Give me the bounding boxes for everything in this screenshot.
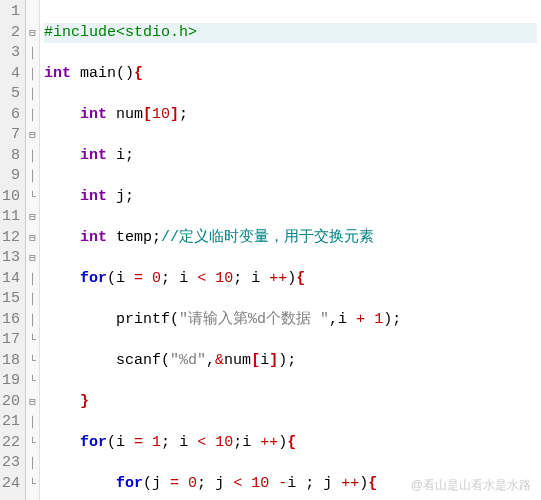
- keyword: int: [80, 188, 107, 205]
- fold-guide: │: [26, 166, 39, 187]
- keyword: int: [80, 229, 107, 246]
- number: 10: [152, 106, 170, 123]
- string: "%d": [170, 352, 206, 369]
- code-line[interactable]: for(i = 1; i < 10;i ++){: [44, 433, 537, 454]
- fold-guide: │: [26, 43, 39, 64]
- fold-guide: │: [26, 310, 39, 331]
- keyword: int: [80, 106, 107, 123]
- code-line[interactable]: int i;: [44, 146, 537, 167]
- fold-guide: └: [26, 351, 39, 372]
- fold-guide: └: [26, 187, 39, 208]
- line-number: 17: [2, 330, 20, 351]
- function-name: main: [71, 65, 116, 82]
- line-number: 14: [2, 269, 20, 290]
- line-number-gutter: 123456789101112131415161718192021222324: [0, 0, 26, 500]
- fold-guide: │: [26, 64, 39, 85]
- line-number: 15: [2, 289, 20, 310]
- fold-toggle-icon[interactable]: ⊟: [26, 228, 39, 249]
- line-number: 12: [2, 228, 20, 249]
- line-number: 13: [2, 248, 20, 269]
- code-line[interactable]: printf("请输入第%d个数据 ",i + 1);: [44, 310, 537, 331]
- code-area[interactable]: #include<stdio.h> int main(){ int num[10…: [40, 0, 541, 500]
- fold-guide: [26, 2, 39, 23]
- line-number: 23: [2, 453, 20, 474]
- fold-guide: └: [26, 474, 39, 495]
- fold-toggle-icon[interactable]: ⊟: [26, 23, 39, 44]
- fold-guide: └: [26, 330, 39, 351]
- line-number: 1: [2, 2, 20, 23]
- fold-guide: │: [26, 84, 39, 105]
- header-name: <stdio.h>: [116, 24, 197, 41]
- keyword: int: [80, 147, 107, 164]
- line-number: 8: [2, 146, 20, 167]
- fold-guide: │: [26, 146, 39, 167]
- fold-toggle-icon[interactable]: ⊟: [26, 392, 39, 413]
- fold-guide: │: [26, 289, 39, 310]
- brace: {: [134, 65, 143, 82]
- code-line[interactable]: #include<stdio.h>: [44, 23, 537, 44]
- line-number: 18: [2, 351, 20, 372]
- line-number: 19: [2, 371, 20, 392]
- line-number: 7: [2, 125, 20, 146]
- line-number: 6: [2, 105, 20, 126]
- watermark: @看山是山看水是水路: [411, 477, 531, 494]
- fold-guide: │: [26, 453, 39, 474]
- keyword: for: [116, 475, 143, 492]
- code-line[interactable]: }: [44, 392, 537, 413]
- line-number: 20: [2, 392, 20, 413]
- line-number: 22: [2, 433, 20, 454]
- line-number: 3: [2, 43, 20, 64]
- code-line[interactable]: int num[10];: [44, 105, 537, 126]
- fold-guide: └: [26, 433, 39, 454]
- code-line[interactable]: for(i = 0; i < 10; i ++){: [44, 269, 537, 290]
- fold-toggle-icon[interactable]: ⊟: [26, 248, 39, 269]
- fold-guide: └: [26, 371, 39, 392]
- keyword: for: [80, 434, 107, 451]
- fold-toggle-icon[interactable]: ⊟: [26, 125, 39, 146]
- line-number: 10: [2, 187, 20, 208]
- code-line[interactable]: int main(){: [44, 64, 537, 85]
- line-number: 11: [2, 207, 20, 228]
- function-call: scanf: [116, 352, 161, 369]
- line-number: 16: [2, 310, 20, 331]
- fold-guide: │: [26, 412, 39, 433]
- fold-guide: │: [26, 269, 39, 290]
- line-number: 4: [2, 64, 20, 85]
- line-number: 24: [2, 474, 20, 495]
- string: "请输入第%d个数据 ": [179, 311, 329, 328]
- line-number: 21: [2, 412, 20, 433]
- keyword: for: [80, 270, 107, 287]
- parens: (): [116, 65, 134, 82]
- line-number: 2: [2, 23, 20, 44]
- brace: }: [80, 393, 89, 410]
- function-call: printf: [116, 311, 170, 328]
- line-number: 9: [2, 166, 20, 187]
- code-editor[interactable]: 123456789101112131415161718192021222324 …: [0, 0, 541, 500]
- preprocessor: #include: [44, 24, 116, 41]
- code-line[interactable]: int j;: [44, 187, 537, 208]
- fold-guide: │: [26, 105, 39, 126]
- code-line[interactable]: scanf("%d",&num[i]);: [44, 351, 537, 372]
- keyword: int: [44, 65, 71, 82]
- fold-gutter[interactable]: ⊟││││⊟││└⊟⊟⊟│││└└└⊟│└│└: [26, 0, 40, 500]
- comment: //定义临时变量，用于交换元素: [161, 229, 374, 246]
- line-number: 5: [2, 84, 20, 105]
- fold-toggle-icon[interactable]: ⊟: [26, 207, 39, 228]
- code-line[interactable]: int temp;//定义临时变量，用于交换元素: [44, 228, 537, 249]
